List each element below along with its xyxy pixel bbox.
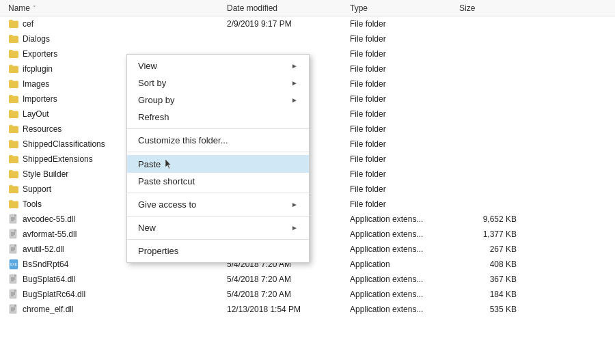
dll-icon bbox=[8, 244, 19, 255]
menu-item-paste-shortcut[interactable]: Paste shortcut bbox=[127, 173, 309, 190]
folder-icon bbox=[8, 169, 19, 180]
table-row[interactable]: BugSplat64.dll 5/4/2018 7:20 AM Applicat… bbox=[0, 272, 615, 287]
cell-type: File folder bbox=[344, 19, 454, 29]
dll-icon bbox=[8, 304, 19, 315]
cell-date: 5/4/2018 7:20 AM bbox=[221, 290, 344, 299]
submenu-arrow: ► bbox=[291, 96, 298, 104]
column-size-header[interactable]: Size bbox=[454, 3, 522, 13]
cell-size: 535 KB bbox=[454, 305, 522, 314]
cell-name: chrome_elf.dll bbox=[3, 304, 221, 315]
file-explorer: Name ˅ Date modified Type Size cef 2/9/2… bbox=[0, 0, 615, 364]
cell-date: 2/9/2019 9:17 PM bbox=[221, 19, 344, 29]
cell-type: Application extens... bbox=[344, 290, 454, 299]
menu-item-view-label: View bbox=[138, 61, 157, 71]
cell-name: BugSplat64.dll bbox=[3, 274, 221, 285]
cell-type: File folder bbox=[344, 184, 454, 194]
separator bbox=[127, 128, 309, 129]
table-row[interactable]: Dialogs File folder bbox=[0, 31, 615, 46]
menu-item-sort-by[interactable]: Sort by ► bbox=[127, 74, 309, 92]
menu-item-paste-label: Paste bbox=[138, 158, 172, 169]
svg-rect-18 bbox=[14, 275, 16, 277]
separator bbox=[127, 216, 309, 216]
menu-item-give-access[interactable]: Give access to ► bbox=[127, 196, 309, 213]
svg-rect-23 bbox=[14, 290, 16, 292]
cell-name: Dialogs bbox=[3, 33, 221, 44]
svg-marker-32 bbox=[165, 159, 171, 169]
folder-icon bbox=[8, 18, 19, 29]
menu-item-group-by-label: Group by bbox=[138, 95, 174, 105]
separator bbox=[127, 193, 309, 193]
cell-name: cef bbox=[3, 18, 221, 29]
cell-type: File folder bbox=[344, 79, 454, 89]
exe-icon: EXE bbox=[8, 259, 19, 270]
column-type-header[interactable]: Type bbox=[344, 3, 454, 13]
dll-icon bbox=[8, 229, 19, 240]
menu-item-paste-shortcut-label: Paste shortcut bbox=[138, 176, 195, 186]
submenu-arrow: ► bbox=[291, 201, 298, 208]
menu-item-properties-label: Properties bbox=[138, 246, 178, 256]
menu-item-paste[interactable]: Paste bbox=[127, 155, 309, 173]
cell-type: File folder bbox=[344, 109, 454, 119]
svg-rect-11 bbox=[14, 244, 16, 247]
svg-rect-28 bbox=[14, 305, 16, 307]
dll-icon bbox=[8, 274, 19, 285]
folder-icon bbox=[8, 139, 19, 150]
separator bbox=[127, 152, 309, 152]
menu-item-new[interactable]: New ► bbox=[127, 219, 309, 236]
folder-icon bbox=[8, 124, 19, 135]
menu-item-new-label: New bbox=[138, 223, 156, 233]
table-row[interactable]: chrome_elf.dll 12/13/2018 1:54 PM Applic… bbox=[0, 302, 615, 317]
sort-arrow: ˅ bbox=[33, 5, 36, 12]
column-name-header[interactable]: Name ˅ bbox=[3, 3, 221, 13]
menu-item-refresh-label: Refresh bbox=[138, 112, 169, 122]
cell-type: File folder bbox=[344, 169, 454, 179]
table-row[interactable]: BugSplatRc64.dll 5/4/2018 7:20 AM Applic… bbox=[0, 287, 615, 302]
cell-type: Application extens... bbox=[344, 229, 454, 239]
cell-date: 12/13/2018 1:54 PM bbox=[221, 305, 344, 314]
dll-icon bbox=[8, 289, 19, 300]
cell-type: File folder bbox=[344, 94, 454, 104]
folder-icon bbox=[8, 109, 19, 120]
separator bbox=[127, 239, 309, 240]
table-row[interactable]: cef 2/9/2019 9:17 PM File folder bbox=[0, 16, 615, 31]
cell-type: File folder bbox=[344, 154, 454, 164]
folder-icon bbox=[8, 94, 19, 104]
cell-size: 1,377 KB bbox=[454, 229, 522, 239]
folder-icon bbox=[8, 33, 19, 44]
folder-icon bbox=[8, 79, 19, 89]
submenu-arrow: ► bbox=[291, 224, 298, 232]
folder-icon bbox=[8, 199, 19, 210]
cell-size: 408 KB bbox=[454, 260, 522, 269]
menu-item-refresh[interactable]: Refresh bbox=[127, 109, 309, 126]
cell-type: File folder bbox=[344, 199, 454, 209]
cell-type: File folder bbox=[344, 139, 454, 149]
context-menu: View ► Sort by ► Group by ► Refresh Cust… bbox=[126, 54, 310, 263]
svg-rect-6 bbox=[14, 229, 16, 232]
cell-size: 9,652 KB bbox=[454, 214, 522, 224]
column-date-header[interactable]: Date modified bbox=[221, 3, 344, 13]
cell-size: 367 KB bbox=[454, 275, 522, 284]
cell-date: 5/4/2018 7:20 AM bbox=[221, 275, 344, 284]
submenu-arrow: ► bbox=[291, 79, 298, 87]
menu-item-group-by[interactable]: Group by ► bbox=[127, 92, 309, 109]
cell-type: File folder bbox=[344, 34, 454, 44]
menu-item-properties[interactable]: Properties bbox=[127, 242, 309, 260]
cell-name: BugSplatRc64.dll bbox=[3, 289, 221, 300]
file-list[interactable]: cef 2/9/2019 9:17 PM File folder Dialogs… bbox=[0, 16, 615, 364]
cell-type: Application extens... bbox=[344, 275, 454, 284]
folder-icon bbox=[8, 48, 19, 59]
cell-type: File folder bbox=[344, 64, 454, 74]
menu-item-customize[interactable]: Customize this folder... bbox=[127, 132, 309, 149]
type-label: Type bbox=[350, 3, 368, 13]
cell-size: 267 KB bbox=[454, 244, 522, 254]
cell-type: Application extens... bbox=[344, 214, 454, 224]
name-label: Name bbox=[8, 3, 30, 13]
menu-item-give-access-label: Give access to bbox=[138, 199, 196, 210]
menu-item-customize-label: Customize this folder... bbox=[138, 135, 228, 145]
cell-type: Application extens... bbox=[344, 244, 454, 254]
column-headers: Name ˅ Date modified Type Size bbox=[0, 0, 615, 16]
dll-icon bbox=[8, 214, 19, 225]
cell-type: Application bbox=[344, 260, 454, 269]
folder-icon bbox=[8, 154, 19, 165]
menu-item-view[interactable]: View ► bbox=[127, 57, 309, 74]
